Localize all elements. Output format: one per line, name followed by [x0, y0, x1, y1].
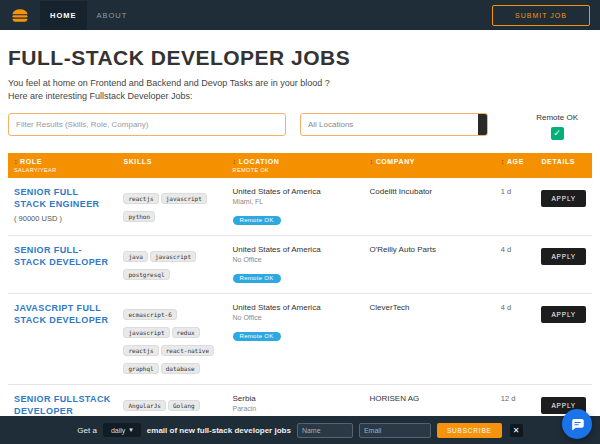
job-skills: ecmascript-6javascriptreduxreactjsreact-… [123, 303, 216, 374]
subscribe-button[interactable]: SUBSCRIBE [437, 423, 502, 438]
footer-subscribe-bar: Get a daily ▾ email of new full-stack de… [0, 416, 600, 444]
job-skills: reactjsjavascriptpython [123, 187, 208, 222]
sort-icon[interactable]: ↕ [14, 158, 18, 165]
sort-icon[interactable]: ↕ [501, 158, 505, 165]
select-scrollbar[interactable] [478, 114, 487, 135]
skill-tag: graphql [123, 363, 158, 374]
sort-icon[interactable]: ↕ [233, 158, 237, 165]
nav-home[interactable]: HOME [40, 1, 87, 30]
burger-logo-icon[interactable] [10, 7, 30, 23]
job-role-link[interactable]: JAVASCRIPT FULL STACK DEVELOPER [14, 303, 111, 326]
job-skills: javajavascriptpostgresql [123, 245, 198, 280]
skill-tag: reactjs [123, 193, 158, 204]
column-header-age[interactable]: ↕AGE [495, 153, 536, 178]
nav-about[interactable]: ABOUT [87, 1, 138, 30]
skill-tag: javascript [150, 251, 196, 262]
location-select[interactable]: All Locations [300, 113, 488, 136]
close-icon[interactable]: ✕ [510, 424, 523, 437]
chat-icon [570, 417, 585, 432]
intro-line-2: Here are interesting Fullstack Developer… [8, 91, 592, 101]
remote-ok-badge: Remote OK [233, 332, 281, 341]
remote-ok-label: Remote OK [536, 113, 578, 122]
skill-tag: redux [172, 327, 200, 338]
navbar: HOME ABOUT SUBMIT JOB [0, 0, 600, 30]
column-subheader-remote: REMOTE OK [233, 167, 358, 173]
frequency-value: daily [111, 427, 125, 434]
sort-icon[interactable]: ↕ [370, 158, 374, 165]
job-city: No Office [233, 256, 358, 263]
job-company: Codelitt Incubator [364, 178, 495, 236]
job-age: 1 d [495, 178, 536, 236]
column-header-location[interactable]: ↕LOCATION REMOTE OK [227, 153, 364, 178]
column-header-details: DETAILS [535, 153, 592, 178]
apply-button[interactable]: APPLY [541, 248, 585, 265]
job-row: SENIOR FULL-STACK DEVELOPER javajavascri… [8, 236, 592, 294]
caret-down-icon: ▾ [129, 426, 133, 434]
apply-button[interactable]: APPLY [541, 190, 585, 207]
job-country: United States of America [233, 245, 358, 254]
skill-tag: javascript [123, 327, 169, 338]
location-select-value: All Locations [308, 120, 353, 129]
subscribe-text-suffix: email of new full-stack developer jobs [147, 426, 291, 435]
name-input[interactable] [297, 423, 353, 438]
submit-job-button[interactable]: SUBMIT JOB [492, 5, 590, 26]
chat-bubble-button[interactable] [562, 409, 592, 439]
skill-tag: javascript [161, 193, 207, 204]
subscribe-text-prefix: Get a [77, 426, 97, 435]
frequency-select[interactable]: daily ▾ [103, 423, 141, 437]
job-city: Miami, FL [233, 198, 358, 205]
skill-tag: reactjs [123, 345, 158, 356]
column-subheader-salary: SALARY/YEAR [14, 167, 111, 173]
job-country: United States of America [233, 187, 358, 196]
job-country: United States of America [233, 303, 358, 312]
skill-tag: react-native [161, 345, 214, 356]
remote-ok-filter: Remote OK ✓ [536, 113, 592, 140]
page-title: FULL-STACK DEVELOPER JOBS [8, 46, 592, 70]
skill-tag: python [123, 211, 155, 222]
job-age: 4 d [495, 294, 536, 385]
job-role-link[interactable]: SENIOR FULL-STACK DEVELOPER [14, 245, 111, 268]
apply-button[interactable]: APPLY [541, 306, 585, 323]
main-content: FULL-STACK DEVELOPER JOBS You feel at ho… [0, 30, 600, 443]
skill-tag: postgresql [123, 269, 169, 280]
jobs-table: ↕ROLE SALARY/YEAR SKILLS ↕LOCATION REMOT… [8, 153, 592, 443]
job-role-link[interactable]: SENIOR FULL STACK ENGINEER [14, 187, 111, 210]
remote-ok-badge: Remote OK [233, 274, 281, 283]
table-header-row: ↕ROLE SALARY/YEAR SKILLS ↕LOCATION REMOT… [8, 153, 592, 178]
column-header-skills: SKILLS [117, 153, 226, 178]
email-input[interactable] [359, 423, 431, 438]
job-city: Paracin [233, 405, 358, 412]
skill-tag: database [161, 363, 200, 374]
job-city: No Office [233, 314, 358, 321]
job-country: Serbia [233, 394, 358, 403]
job-row: SENIOR FULL STACK ENGINEER ( 90000 USD )… [8, 178, 592, 236]
skill-tag: ecmascript-6 [123, 309, 176, 320]
remote-ok-checkbox[interactable]: ✓ [551, 127, 564, 140]
job-role-link[interactable]: SENIOR FULLSTACK DEVELOPER [14, 394, 111, 417]
skill-tag: java [123, 251, 147, 262]
remote-ok-badge: Remote OK [233, 216, 281, 225]
column-header-role[interactable]: ↕ROLE SALARY/YEAR [8, 153, 117, 178]
intro-line-1: You feel at home on Frontend and Backend… [8, 78, 592, 88]
job-row: JAVASCRIPT FULL STACK DEVELOPER ecmascri… [8, 294, 592, 385]
skill-tag: AngularJs [123, 400, 166, 411]
column-header-company[interactable]: ↕COMPANY [364, 153, 495, 178]
job-age: 4 d [495, 236, 536, 294]
filter-input[interactable] [8, 113, 286, 136]
filter-bar: All Locations Remote OK ✓ [8, 113, 592, 140]
job-company: O'Reilly Auto Parts [364, 236, 495, 294]
job-company: CleverTech [364, 294, 495, 385]
job-salary: ( 90000 USD ) [14, 214, 111, 223]
skill-tag: Golang [168, 400, 200, 411]
